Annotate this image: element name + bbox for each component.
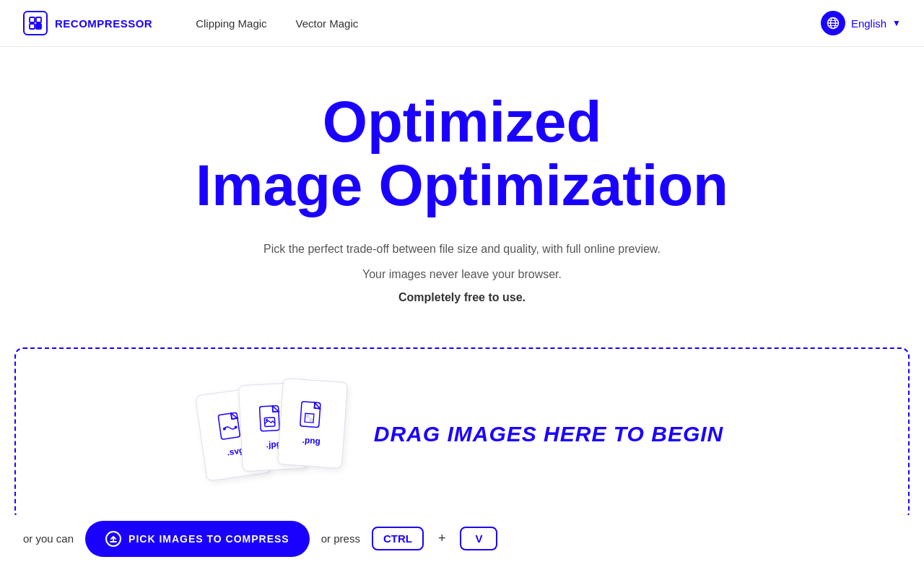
or-press-text: or press <box>321 532 360 545</box>
hero-title: Optimized Image Optimization <box>29 90 895 217</box>
v-key-badge: V <box>460 527 497 550</box>
language-label: English <box>851 17 886 30</box>
pick-images-button[interactable]: PICK IMAGES TO COMPRESS <box>85 521 310 557</box>
nav-clipping-magic[interactable]: Clipping Magic <box>196 17 266 30</box>
language-selector[interactable]: English ▼ <box>821 11 901 35</box>
hero-title-line2: Image Optimization <box>196 153 728 217</box>
globe-icon <box>821 11 845 35</box>
drag-text: DRAG IMAGES HERE TO BEGIN <box>374 422 724 446</box>
hero-title-line1: Optimized <box>323 90 602 154</box>
bottom-bar: or you can PICK IMAGES TO COMPRESS or pr… <box>0 515 924 562</box>
nav-links: Clipping Magic Vector Magic <box>196 17 358 30</box>
drop-zone[interactable]: .svg .jpg <box>14 347 910 521</box>
or-you-can-text: or you can <box>23 532 74 545</box>
hero-subtitle-line2: Your images never leave your browser. <box>29 264 895 284</box>
svg-rect-3 <box>36 24 41 29</box>
ctrl-key-badge: CTRL <box>372 527 424 550</box>
hero-free-label: Completely free to use. <box>29 291 895 304</box>
svg-rect-23 <box>309 414 313 418</box>
upload-arrow-icon <box>105 531 121 547</box>
hero-subtitle-line1: Pick the perfect trade-off between file … <box>29 239 895 259</box>
svg-rect-2 <box>30 24 35 29</box>
brand-name: RECOMPRESSOR <box>55 17 152 30</box>
png-file-icon <box>297 400 329 433</box>
plus-sign: + <box>438 531 446 546</box>
chevron-down-icon: ▼ <box>892 18 901 28</box>
png-file-label: .png <box>302 435 321 446</box>
navbar: RECOMPRESSOR Clipping Magic Vector Magic… <box>0 0 924 47</box>
nav-vector-magic[interactable]: Vector Magic <box>296 17 359 30</box>
file-icons-group: .svg .jpg <box>201 376 345 492</box>
hero-section: Optimized Image Optimization Pick the pe… <box>0 47 924 333</box>
drop-zone-inner: .svg .jpg <box>201 376 724 492</box>
png-file-card: .png <box>277 378 348 469</box>
svg-line-20 <box>314 403 315 409</box>
svg-rect-1 <box>36 17 41 22</box>
svg-rect-0 <box>30 17 35 22</box>
pick-button-label: PICK IMAGES TO COMPRESS <box>128 533 289 545</box>
logo-icon <box>23 11 48 35</box>
logo-link[interactable]: RECOMPRESSOR <box>23 11 152 35</box>
